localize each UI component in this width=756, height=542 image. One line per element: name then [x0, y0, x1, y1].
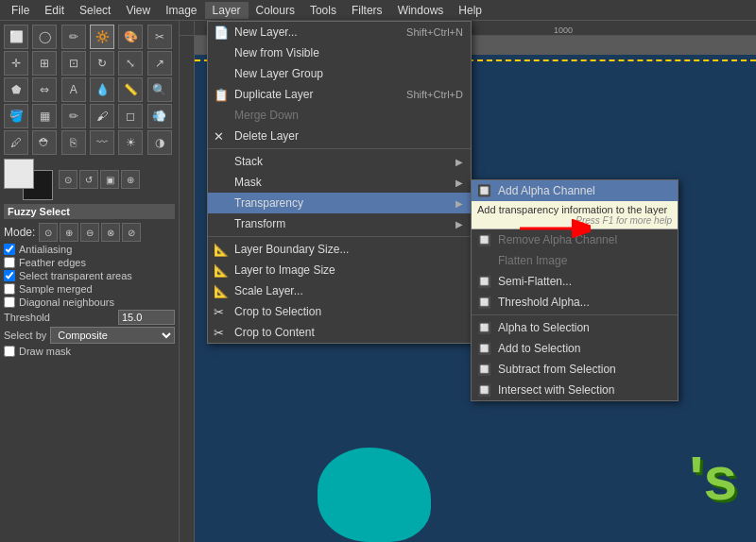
- select-by-dropdown[interactable]: Composite: [50, 327, 175, 344]
- mode-btn-2[interactable]: ⊕: [60, 223, 78, 242]
- menu-view[interactable]: View: [118, 2, 158, 19]
- tool-pencil[interactable]: ✏: [61, 104, 86, 128]
- tool-color-picker[interactable]: 💧: [90, 77, 114, 102]
- transparency-submenu: 🔲 Add Alpha Channel Add transparency inf…: [471, 179, 679, 401]
- menu-new-layer-group[interactable]: New Layer Group: [208, 63, 471, 84]
- tool-select-by-color[interactable]: 🎨: [118, 25, 143, 49]
- tool-shear[interactable]: ↗: [147, 51, 172, 76]
- tool-text[interactable]: A: [61, 77, 86, 102]
- tool-eraser[interactable]: ◻: [118, 104, 143, 128]
- tool-scale[interactable]: ⤡: [118, 51, 143, 76]
- duplicate-shortcut: Shift+Ctrl+D: [406, 89, 463, 100]
- tool-ellipse-select[interactable]: ◯: [32, 25, 57, 49]
- menu-edit[interactable]: Edit: [37, 2, 72, 19]
- submenu-sep: [472, 314, 678, 315]
- tool-align[interactable]: ⊞: [32, 51, 57, 76]
- menu-delete-layer[interactable]: ✕ Delete Layer: [208, 126, 471, 146]
- menu-windows[interactable]: Windows: [390, 2, 452, 19]
- menu-new-from-visible[interactable]: New from Visible: [208, 42, 471, 63]
- tool-clone[interactable]: ⎘: [61, 130, 86, 155]
- foreground-color[interactable]: [4, 159, 34, 189]
- mode-icon-1[interactable]: ⊙: [59, 170, 77, 189]
- menu-filters[interactable]: Filters: [344, 2, 390, 19]
- tool-flip[interactable]: ⇔: [32, 77, 57, 102]
- alpha-to-sel-label: Alpha to Selection: [498, 321, 590, 334]
- diagonal-checkbox[interactable]: [4, 296, 15, 308]
- submenu-alpha-to-selection[interactable]: 🔲 Alpha to Selection: [472, 317, 678, 338]
- menu-stack[interactable]: Stack ▶: [208, 151, 471, 172]
- tool-scissors[interactable]: ✂: [147, 25, 172, 49]
- menu-sep-2: [208, 236, 471, 237]
- tool-move[interactable]: ✛: [4, 51, 28, 76]
- menu-merge-down: Merge Down: [208, 105, 471, 126]
- menu-transparency[interactable]: Transparency ▶: [208, 193, 471, 213]
- tool-rect-select[interactable]: ⬜: [4, 25, 28, 49]
- tool-dodge[interactable]: ☀: [118, 130, 143, 155]
- submenu-subtract-from-selection[interactable]: 🔲 Subtract from Selection: [472, 359, 678, 380]
- threshold-alpha-label: Threshold Alpha...: [498, 296, 590, 309]
- menu-file[interactable]: File: [4, 2, 37, 19]
- sample-merged-checkbox[interactable]: [4, 283, 15, 295]
- menu-help[interactable]: Help: [451, 2, 490, 19]
- tool-heal[interactable]: ⛑: [32, 130, 57, 155]
- tool-zoom[interactable]: 🔍: [147, 77, 172, 102]
- mode-icons: ⊙ ↺ ▣ ⊕: [59, 170, 140, 189]
- menu-layer-to-image-size[interactable]: 📐 Layer to Image Size: [208, 260, 471, 280]
- menu-colours[interactable]: Colours: [249, 2, 302, 19]
- mode-icon-3[interactable]: ▣: [100, 170, 119, 189]
- mode-btn-3[interactable]: ⊖: [80, 223, 99, 242]
- antialiasing-row: Antialiasing: [4, 244, 175, 255]
- menu-mask[interactable]: Mask ▶: [208, 172, 471, 193]
- tool-bucket-fill[interactable]: 🪣: [4, 104, 28, 128]
- menu-crop-to-content[interactable]: ✂ Crop to Content: [208, 322, 471, 343]
- tool-perspective[interactable]: ⬟: [4, 77, 28, 102]
- submenu-semi-flatten[interactable]: 🔲 Semi-Flatten...: [472, 271, 678, 292]
- menu-layer[interactable]: Layer: [205, 2, 249, 19]
- tool-rotate[interactable]: ↻: [90, 51, 114, 76]
- mode-btn-1[interactable]: ⊙: [39, 223, 58, 242]
- ruler-tick-1000: 1000: [554, 25, 573, 35]
- mode-btn-5[interactable]: ⊘: [122, 223, 141, 242]
- tool-gradient[interactable]: ▦: [32, 104, 57, 128]
- tool-crop[interactable]: ⊡: [61, 51, 86, 76]
- antialiasing-checkbox[interactable]: [4, 244, 15, 255]
- menu-crop-to-selection[interactable]: ✂ Crop to Selection: [208, 301, 471, 322]
- tool-free-select[interactable]: ✏: [61, 25, 86, 49]
- submenu-add-alpha[interactable]: 🔲 Add Alpha Channel: [472, 180, 678, 201]
- mode-icon-4[interactable]: ⊕: [121, 170, 140, 189]
- color-swatch-area: [4, 159, 53, 200]
- select-by-label: Select by: [4, 330, 46, 341]
- menu-duplicate-layer[interactable]: 📋 Duplicate Layer Shift+Ctrl+D: [208, 84, 471, 105]
- submenu-add-to-selection[interactable]: 🔲 Add to Selection: [472, 338, 678, 359]
- sample-merged-row: Sample merged: [4, 283, 175, 295]
- mode-icon-2[interactable]: ↺: [79, 170, 98, 189]
- feather-label: Feather edges: [19, 257, 86, 268]
- feather-checkbox[interactable]: [4, 257, 15, 268]
- tool-fuzzy-select[interactable]: 🔆: [90, 25, 114, 49]
- submenu-threshold-alpha[interactable]: 🔲 Threshold Alpha...: [472, 292, 678, 313]
- menu-tools[interactable]: Tools: [302, 2, 344, 19]
- tool-smudge[interactable]: 〰: [90, 130, 114, 155]
- tool-measure[interactable]: 📏: [118, 77, 143, 102]
- menu-select[interactable]: Select: [72, 2, 118, 19]
- menu-new-layer[interactable]: 📄 New Layer... Shift+Ctrl+N: [208, 22, 471, 42]
- tool-ink[interactable]: 🖊: [4, 130, 28, 155]
- submenu-intersect-with-selection[interactable]: 🔲 Intersect with Selection: [472, 380, 678, 400]
- threshold-input[interactable]: [118, 310, 175, 325]
- transparent-checkbox[interactable]: [4, 270, 15, 281]
- menu-image[interactable]: Image: [158, 2, 204, 19]
- menu-scale-layer[interactable]: 📐 Scale Layer...: [208, 280, 471, 301]
- menu-layer-boundary-size[interactable]: 📐 Layer Boundary Size...: [208, 239, 471, 260]
- merge-down-label: Merge Down: [234, 109, 299, 122]
- mask-arrow: ▶: [455, 178, 463, 188]
- mode-btn-4[interactable]: ⊗: [101, 223, 120, 242]
- tool-desaturate[interactable]: ◑: [147, 130, 172, 155]
- tool-paintbrush[interactable]: 🖌: [90, 104, 114, 128]
- semi-flatten-label: Semi-Flatten...: [498, 275, 572, 288]
- red-arrow-indicator: [515, 219, 591, 238]
- draw-mask-checkbox[interactable]: [4, 346, 15, 357]
- tool-airbrush[interactable]: 💨: [147, 104, 172, 128]
- transparency-label: Transparency: [234, 196, 303, 210]
- menu-transform[interactable]: Transform ▶: [208, 213, 471, 234]
- threshold-row: Threshold: [4, 310, 175, 325]
